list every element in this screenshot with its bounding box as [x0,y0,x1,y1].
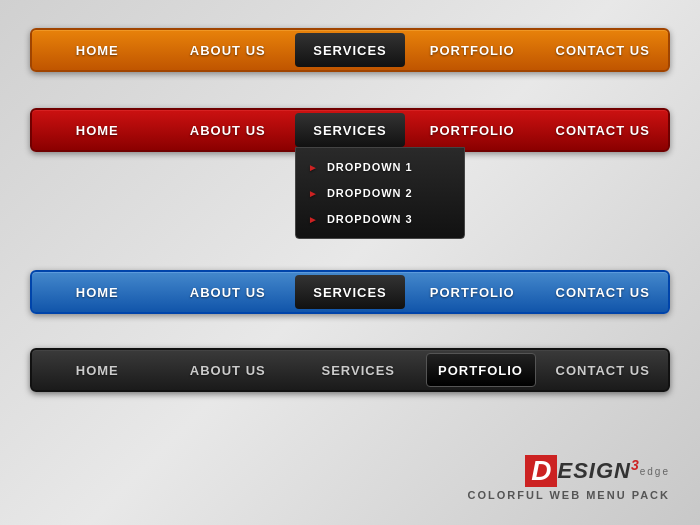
brand-area: D ESIGN3 edge COLORFUL WEB MENU PACK [468,455,670,501]
menu3-portfolio[interactable]: PORTFOLIO [407,272,538,312]
menu1-contact[interactable]: CONTACT US [538,30,669,70]
menu4-services[interactable]: SERVICES [293,350,424,390]
menu1-services[interactable]: SERVICES [295,33,405,67]
menu-blue: HOME ABOUT US SERVICES PORTFOLIO CONTACT… [30,270,670,314]
dropdown-arrow-1: ► [308,162,319,173]
brand-edge: edge [640,466,670,477]
menu-red: HOME ABOUT US SERVICES ► DROPDOWN 1 ► DR… [30,108,670,152]
menu1-portfolio[interactable]: PORTFOLIO [407,30,538,70]
menu3-home[interactable]: HOME [32,272,163,312]
menu4-about[interactable]: ABOUT US [163,350,294,390]
brand-logo: D ESIGN3 edge [525,455,670,487]
dropdown-item-3[interactable]: ► DROPDOWN 3 [296,206,464,232]
dropdown-arrow-2: ► [308,188,319,199]
menu2-home[interactable]: HOME [32,110,163,150]
menu2-services[interactable]: SERVICES ► DROPDOWN 1 ► DROPDOWN 2 ► DRO… [295,113,405,147]
brand-esign: ESIGN3 [557,457,639,484]
menu1-about[interactable]: ABOUT US [163,30,294,70]
menu3-services[interactable]: SERVICES [295,275,405,309]
brand-d-letter: D [525,455,557,487]
menu-orange: HOME ABOUT US SERVICES PORTFOLIO CONTACT… [30,28,670,72]
menu4-home[interactable]: HOME [32,350,163,390]
menu1-home[interactable]: HOME [32,30,163,70]
brand-tagline: COLORFUL WEB MENU PACK [468,489,670,501]
dropdown-arrow-3: ► [308,214,319,225]
dropdown-item-1[interactable]: ► DROPDOWN 1 [296,154,464,180]
menu2-about[interactable]: ABOUT US [163,110,294,150]
dropdown-item-2[interactable]: ► DROPDOWN 2 [296,180,464,206]
brand-number: 3 [631,457,640,473]
menu3-about[interactable]: ABOUT US [163,272,294,312]
menu3-contact[interactable]: CONTACT US [538,272,669,312]
menu4-portfolio[interactable]: PORTFOLIO [426,353,536,387]
menu2-contact[interactable]: CONTACT US [538,110,669,150]
services-dropdown: ► DROPDOWN 1 ► DROPDOWN 2 ► DROPDOWN 3 [295,147,465,239]
menu-dark: HOME ABOUT US SERVICES PORTFOLIO CONTACT… [30,348,670,392]
menu4-contact[interactable]: CONTACT US [538,350,669,390]
menu2-portfolio[interactable]: PORTFOLIO [407,110,538,150]
